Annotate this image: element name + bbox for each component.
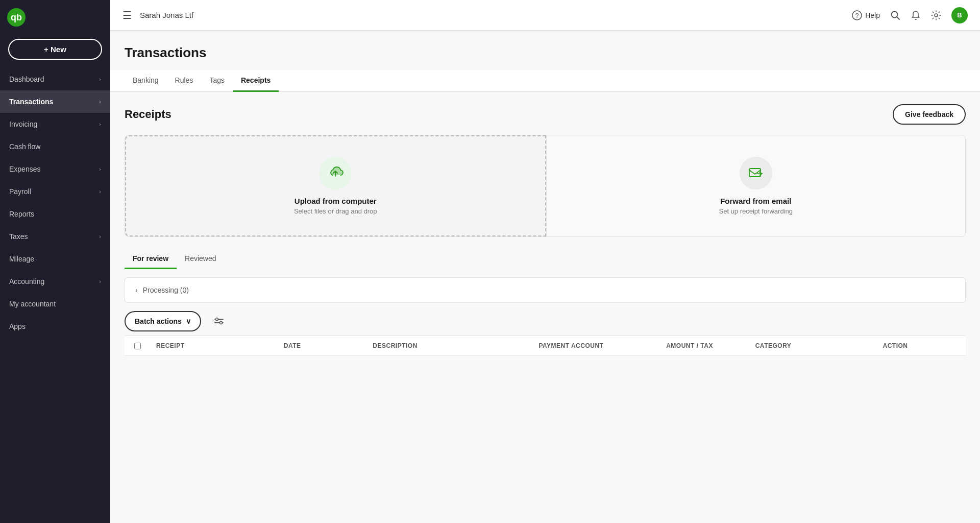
upload-computer-subtitle: Select files or drag and drop (294, 207, 377, 215)
processing-label: Processing (0) (143, 286, 189, 294)
upload-computer-icon-wrap (319, 157, 352, 189)
receipts-header: Receipts Give feedback (125, 104, 966, 125)
chevron-right-icon: › (99, 278, 101, 284)
filter-sliders-icon (213, 316, 225, 327)
topbar: ☰ Sarah Jonas Ltf ? Help (110, 0, 980, 31)
sidebar-item-payroll[interactable]: Payroll › (0, 180, 110, 203)
review-tabs: For review Reviewed (125, 249, 966, 269)
sidebar: qb + New Dashboard › Transactions › Invo… (0, 0, 110, 523)
tab-receipts[interactable]: Receipts (233, 70, 279, 92)
upload-cards: Upload from computer Select files or dra… (125, 135, 966, 237)
email-forward-icon (747, 164, 765, 182)
search-icon (890, 10, 900, 20)
tab-tags[interactable]: Tags (201, 70, 233, 92)
main-content: ☰ Sarah Jonas Ltf ? Help (110, 0, 980, 523)
forward-email-card[interactable]: Forward from email Set up receipt forwar… (546, 135, 966, 236)
page-title: Transactions (125, 45, 966, 61)
notifications-button[interactable] (911, 10, 921, 20)
cloud-upload-icon (326, 164, 345, 182)
help-icon: ? (852, 10, 862, 20)
svg-text:qb: qb (11, 12, 22, 22)
filter-button[interactable] (209, 314, 229, 329)
new-button-container: + New (0, 35, 110, 68)
chevron-right-icon: › (99, 76, 101, 82)
help-button[interactable]: ? Help (852, 10, 880, 20)
settings-button[interactable] (931, 10, 941, 20)
hamburger-menu-button[interactable]: ☰ (122, 9, 132, 21)
sidebar-item-accounting[interactable]: Accounting › (0, 270, 110, 293)
tabs-bar: Banking Rules Tags Receipts (110, 70, 980, 92)
th-action: Action (877, 342, 966, 349)
svg-point-12 (219, 322, 222, 324)
logo-area: qb (0, 0, 110, 35)
upload-computer-title: Upload from computer (295, 197, 377, 205)
tab-reviewed[interactable]: Reviewed (177, 249, 224, 269)
chevron-right-icon: › (99, 233, 101, 240)
sidebar-item-taxes[interactable]: Taxes › (0, 225, 110, 248)
page-content: Transactions Banking Rules Tags Receipts… (110, 31, 980, 523)
chevron-down-icon: ∨ (186, 317, 191, 325)
forward-email-icon-wrap (740, 157, 772, 189)
chevron-right-icon: › (99, 166, 101, 172)
hamburger-icon: ☰ (122, 9, 132, 21)
receipts-title: Receipts (125, 108, 172, 121)
processing-row[interactable]: › Processing (0) (125, 277, 966, 303)
th-checkbox (125, 343, 150, 349)
th-receipt: Receipt (150, 342, 278, 349)
svg-rect-7 (749, 169, 761, 177)
chevron-right-icon: › (99, 99, 101, 105)
sidebar-item-transactions[interactable]: Transactions › (0, 90, 110, 113)
sidebar-nav: Dashboard › Transactions › Invoicing › C… (0, 68, 110, 338)
svg-point-6 (935, 14, 938, 17)
sidebar-item-my-accountant[interactable]: My accountant (0, 293, 110, 315)
forward-email-title: Forward from email (720, 197, 791, 205)
bell-icon (911, 10, 921, 20)
tab-banking[interactable]: Banking (125, 70, 167, 92)
batch-actions-row: Batch actions ∨ (125, 311, 966, 331)
feedback-button[interactable]: Give feedback (893, 104, 966, 125)
select-all-checkbox[interactable] (134, 343, 141, 349)
topbar-left: ☰ Sarah Jonas Ltf (122, 9, 193, 21)
sidebar-item-invoicing[interactable]: Invoicing › (0, 113, 110, 135)
th-payment-account: Payment Account (532, 342, 660, 349)
search-button[interactable] (890, 10, 900, 20)
upload-computer-card[interactable]: Upload from computer Select files or dra… (125, 135, 546, 236)
th-date: Date (278, 342, 367, 349)
user-avatar[interactable]: B (951, 7, 968, 23)
new-button[interactable]: + New (8, 39, 102, 60)
chevron-right-icon: › (99, 121, 101, 127)
th-description: Description (366, 342, 532, 349)
topbar-right: ? Help (852, 7, 968, 23)
sidebar-item-apps[interactable]: Apps (0, 315, 110, 338)
th-amount-tax: Amount / Tax (660, 342, 749, 349)
batch-actions-button[interactable]: Batch actions ∨ (125, 311, 201, 331)
chevron-right-icon: › (135, 286, 138, 294)
sidebar-item-reports[interactable]: Reports (0, 203, 110, 225)
sidebar-item-cash-flow[interactable]: Cash flow (0, 135, 110, 158)
sidebar-item-dashboard[interactable]: Dashboard › (0, 68, 110, 90)
table-header: Receipt Date Description Payment Account… (125, 336, 966, 356)
gear-icon (931, 10, 941, 20)
company-name: Sarah Jonas Ltf (140, 11, 193, 19)
quickbooks-logo: qb (7, 8, 26, 27)
tab-for-review[interactable]: For review (125, 249, 177, 269)
sidebar-item-mileage[interactable]: Mileage (0, 248, 110, 270)
chevron-right-icon: › (99, 188, 101, 195)
svg-text:?: ? (855, 12, 859, 19)
svg-point-11 (215, 318, 218, 321)
th-category: Category (749, 342, 877, 349)
svg-line-5 (897, 17, 899, 19)
forward-email-subtitle: Set up receipt forwarding (719, 207, 793, 215)
tab-rules[interactable]: Rules (167, 70, 202, 92)
sidebar-item-expenses[interactable]: Expenses › (0, 158, 110, 180)
receipts-section: Receipts Give feedback Upload from compu… (125, 92, 966, 356)
